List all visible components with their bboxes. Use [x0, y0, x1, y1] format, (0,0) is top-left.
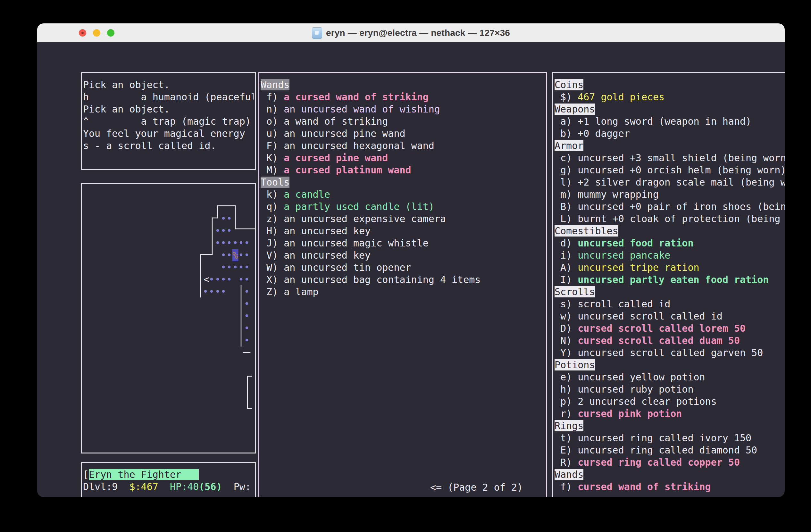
- menu-header: Tools: [261, 176, 545, 188]
- menu-item-t[interactable]: t) uncursed ring called ivory 150: [554, 432, 785, 444]
- item-letter: a): [554, 116, 578, 127]
- menu-item-X[interactable]: X) an uncursed bag containing 4 items: [261, 274, 545, 286]
- status-field: [118, 481, 129, 492]
- menu-item-A[interactable]: A) uncursed tripe ration: [554, 262, 785, 274]
- menu-item-s[interactable]: s) scroll called id: [554, 298, 785, 310]
- page2-rows: Wands f) a cursed wand of striking n) an…: [261, 79, 545, 298]
- menu-item-b[interactable]: b) +0 dagger: [554, 128, 785, 140]
- floor-dot: [216, 290, 219, 293]
- floor-dot: [240, 253, 243, 256]
- item-letter: R): [554, 457, 578, 468]
- item-description: uncursed +0 orcish helm (being worn): [578, 165, 785, 176]
- menu-item-$[interactable]: $) 467 gold pieces: [554, 91, 785, 103]
- menu-item-M[interactable]: M) a cursed platinum wand: [261, 164, 545, 176]
- menu-item-Z[interactable]: Z) a lamp: [261, 286, 545, 298]
- item-letter: L): [554, 213, 578, 224]
- menu-item-e[interactable]: e) uncursed yellow potion: [554, 371, 785, 383]
- status-field: $:467: [129, 481, 158, 492]
- menu-item-R[interactable]: R) cursed ring called copper 50: [554, 456, 785, 469]
- minimize-button[interactable]: [93, 29, 100, 36]
- inventory-panel: Coins $) 467 gold piecesWeapons a) +1 lo…: [552, 72, 785, 497]
- item-letter: z): [261, 213, 284, 224]
- menu-item-N[interactable]: N) cursed scroll called duam 50: [554, 334, 785, 347]
- item-description: burnt +0 cloak of protection (being worn…: [578, 213, 785, 224]
- menu-item-r[interactable]: r) cursed pink potion: [554, 408, 785, 420]
- item-description: a partly used candle (lit): [284, 201, 434, 212]
- menu-header-label: Wands: [261, 79, 289, 90]
- floor-dot: [234, 266, 237, 269]
- menu-item-J[interactable]: J) an uncursed magic whistle: [261, 237, 545, 249]
- status-field: [222, 481, 234, 492]
- menu-item-m[interactable]: m) mummy wrapping: [554, 188, 785, 201]
- menu-item-B[interactable]: B) uncursed +0 pair of iron shoes (being…: [554, 201, 785, 213]
- floor-dot: [246, 290, 248, 293]
- map-panel: %<: [81, 183, 256, 453]
- item-description: an uncursed hexagonal wand: [284, 140, 434, 151]
- item-letter: s): [554, 298, 578, 310]
- floor-dot: [222, 253, 225, 256]
- floor-dot: [228, 217, 231, 220]
- close-button[interactable]: [79, 29, 86, 36]
- menu-item-V[interactable]: V) an uncursed key: [261, 249, 545, 262]
- item-description: an uncursed tin opener: [284, 262, 411, 273]
- menu-item-H[interactable]: H) an uncursed key: [261, 225, 545, 237]
- floor-dot: [222, 241, 225, 244]
- item-description: uncursed +3 small shield (being worn): [578, 152, 785, 163]
- menu-item-f[interactable]: f) a cursed wand of striking: [261, 91, 545, 103]
- menu-item-u[interactable]: u) an uncursed pine wand: [261, 128, 545, 140]
- message-line: ^ a trap (magic trap): [83, 115, 254, 128]
- floor-dot: [228, 253, 231, 256]
- menu-header-label: Wands: [554, 469, 583, 480]
- window-title-text: eryn — eryn@electra — nethack — 127×36: [326, 28, 510, 38]
- item-letter: n): [261, 104, 284, 115]
- menu-item-I[interactable]: I) uncursed partly eaten food ration: [554, 274, 785, 286]
- floor-dot: [210, 278, 213, 281]
- window-title: eryn — eryn@electra — nethack — 127×36: [312, 27, 510, 39]
- menu-item-q[interactable]: q) a partly used candle (lit): [261, 201, 545, 213]
- page-indicator[interactable]: <= (Page 2 of 2): [430, 481, 523, 494]
- item-description: 467 gold pieces: [578, 91, 664, 103]
- menu-item-f[interactable]: f) cursed wand of striking: [554, 481, 785, 493]
- floor-dot: [210, 290, 213, 293]
- menu-item-K[interactable]: K) a cursed pine wand: [261, 152, 545, 164]
- menu-item-W[interactable]: W) an uncursed tin opener: [261, 262, 545, 274]
- message-line: Pick an object.: [83, 103, 254, 115]
- character-name: Eryn the Fighter: [89, 469, 181, 480]
- item-description: cursed scroll called lorem 50: [578, 323, 746, 334]
- item-description: +0 dagger: [578, 128, 630, 139]
- terminal-window: eryn — eryn@electra — nethack — 127×36 P…: [37, 24, 785, 497]
- menu-item-L[interactable]: L) burnt +0 cloak of protection (being w…: [554, 213, 785, 225]
- titlebar[interactable]: eryn — eryn@electra — nethack — 127×36: [37, 24, 785, 42]
- staircase-up-glyph[interactable]: <: [203, 274, 209, 285]
- item-letter: E): [554, 444, 578, 456]
- menu-item-i[interactable]: i) uncursed pancake: [554, 249, 785, 262]
- menu-item-g[interactable]: g) uncursed +0 orcish helm (being worn): [554, 164, 785, 176]
- item-letter: l): [554, 176, 578, 188]
- menu-item-l[interactable]: l) +2 silver dragon scale mail (being wo…: [554, 176, 785, 188]
- menu-item-E[interactable]: E) uncursed ring called diamond 50: [554, 444, 785, 456]
- menu-header-label: Potions: [554, 359, 595, 371]
- item-description: an uncursed expensive camera: [284, 213, 446, 224]
- terminal-document-icon: [312, 27, 322, 39]
- menu-item-d[interactable]: d) uncursed food ration: [554, 237, 785, 249]
- item-description: +1 long sword (weapon in hand): [578, 116, 751, 127]
- menu-item-n[interactable]: n) an uncursed wand of wishing: [261, 103, 545, 115]
- menu-item-k[interactable]: k) a candle: [261, 188, 545, 201]
- menu-item-a[interactable]: a) +1 long sword (weapon in hand): [554, 115, 785, 128]
- item-letter: m): [554, 189, 578, 200]
- status-field: Pw:: [234, 481, 251, 492]
- floor-dot: [216, 229, 219, 232]
- item-description: a lamp: [284, 286, 318, 297]
- menu-item-o[interactable]: o) a wand of striking: [261, 115, 545, 128]
- menu-item-z[interactable]: z) an uncursed expensive camera: [261, 213, 545, 225]
- food-object-glyph[interactable]: %: [232, 250, 238, 261]
- item-description: a cursed platinum wand: [284, 165, 411, 176]
- zoom-button[interactable]: [107, 29, 114, 36]
- menu-item-F[interactable]: F) an uncursed hexagonal wand: [261, 140, 545, 152]
- menu-item-c[interactable]: c) uncursed +3 small shield (being worn): [554, 152, 785, 164]
- menu-item-Y[interactable]: Y) uncursed scroll called garven 50: [554, 347, 785, 359]
- menu-item-D[interactable]: D) cursed scroll called lorem 50: [554, 323, 785, 334]
- menu-item-p[interactable]: p) 2 uncursed clear potions: [554, 395, 785, 408]
- menu-item-w[interactable]: w) uncursed scroll called id: [554, 310, 785, 323]
- menu-item-h[interactable]: h) uncursed ruby potion: [554, 383, 785, 395]
